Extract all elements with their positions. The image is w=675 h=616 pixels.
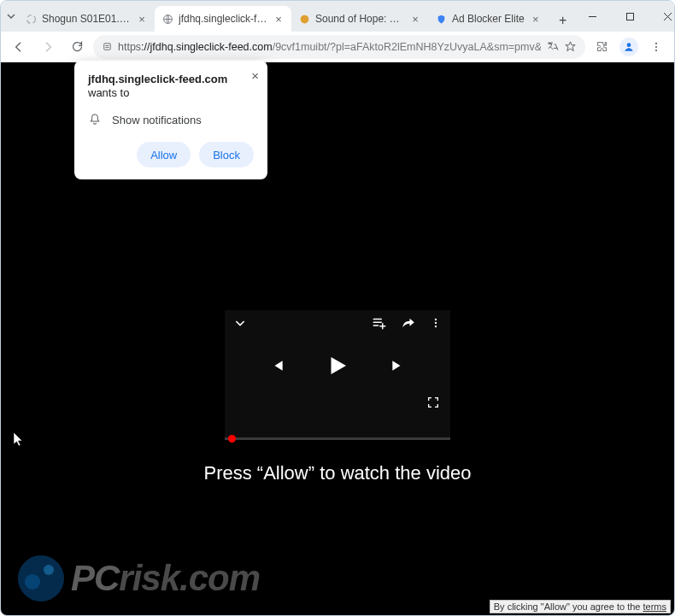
tab-ad-blocker[interactable]: Ad Blocker Elite ×: [428, 6, 549, 32]
tab-strip: Shogun S01E01.mp4 × jfdhq.singleclick-fe…: [16, 1, 574, 32]
progress-bar[interactable]: [225, 437, 450, 440]
browser-window: Shogun S01E01.mp4 × jfdhq.singleclick-fe…: [0, 0, 675, 616]
svg-point-5: [627, 43, 631, 47]
tab-title: Shogun S01E01.mp4: [42, 13, 131, 25]
reload-icon: [71, 40, 84, 53]
watermark-rest: risk.com: [119, 558, 260, 598]
player-top-bar: [225, 310, 450, 336]
svg-point-2: [300, 15, 308, 23]
minimize-button[interactable]: [574, 1, 612, 32]
address-bar[interactable]: https://jfdhq.singleclick-feed.com/9cvf1…: [93, 35, 585, 59]
bell-icon: [88, 113, 102, 126]
chevron-down-icon: [6, 11, 16, 21]
share-icon[interactable]: [401, 315, 416, 331]
watermark: PCrisk.com: [18, 555, 260, 601]
close-window-button[interactable]: [649, 1, 675, 32]
svg-point-7: [655, 45, 657, 47]
tab-close-button[interactable]: ×: [136, 13, 148, 25]
window-controls: [574, 1, 675, 32]
block-button[interactable]: Block: [199, 142, 254, 167]
tab-close-button[interactable]: ×: [273, 13, 285, 25]
skip-previous-icon[interactable]: [268, 357, 285, 374]
maximize-button[interactable]: [612, 1, 649, 32]
watermark-pc: PC: [71, 558, 119, 598]
tab-title: Sound of Hope: The Story: [315, 13, 404, 25]
player-bottom-bar: [225, 396, 450, 413]
titlebar: Shogun S01E01.mp4 × jfdhq.singleclick-fe…: [1, 1, 674, 32]
popup-permission-row: Show notifications: [88, 113, 254, 126]
tab-search-dropdown[interactable]: [6, 5, 16, 27]
close-icon: [663, 12, 672, 21]
loading-spinner-icon: [25, 13, 37, 25]
dots-vertical-icon: [650, 41, 662, 53]
popup-domain: jfdhq.singleclick-feed.com: [88, 73, 254, 85]
shield-icon: [435, 13, 447, 25]
tab-close-button[interactable]: ×: [409, 13, 421, 25]
tab-current[interactable]: jfdhq.singleclick-feed.com/ ×: [155, 6, 291, 32]
arrow-right-icon: [41, 40, 55, 54]
svg-point-9: [435, 319, 437, 320]
site-icon: [298, 13, 310, 25]
allow-button[interactable]: Allow: [137, 142, 191, 167]
footer-text: By clicking "Allow" you agree to the: [494, 601, 643, 612]
popup-close-button[interactable]: ×: [251, 68, 259, 83]
watermark-logo-icon: [18, 555, 64, 601]
toolbar-right: [589, 34, 669, 60]
svg-rect-4: [104, 44, 111, 50]
tab-shogun[interactable]: Shogun S01E01.mp4 ×: [18, 6, 155, 32]
tab-title: jfdhq.singleclick-feed.com/: [179, 13, 267, 25]
playlist-add-icon[interactable]: [372, 315, 387, 331]
arrow-left-icon: [12, 40, 26, 54]
player-controls: [225, 336, 450, 396]
menu-button[interactable]: [643, 34, 669, 60]
tab-sound-of-hope[interactable]: Sound of Hope: The Story ×: [291, 6, 428, 32]
footer-terms-note[interactable]: By clicking "Allow" you agree to the ter…: [490, 600, 671, 613]
url-path: /9cvf1muibt/?pl=aFAktoR2lEmNH8YzUvyaLA&s…: [273, 41, 541, 53]
cursor-icon: [13, 431, 25, 447]
instruction-text: Press “Allow” to watch the video: [1, 462, 674, 484]
popup-permission-label: Show notifications: [112, 114, 202, 126]
footer-terms-link[interactable]: terms: [643, 601, 667, 612]
url-scheme: https: [118, 41, 141, 53]
popup-buttons: Allow Block: [88, 142, 254, 167]
chevron-down-icon[interactable]: [233, 316, 247, 330]
svg-point-0: [26, 15, 35, 23]
back-button[interactable]: [6, 34, 32, 60]
svg-point-11: [435, 326, 437, 327]
progress-thumb[interactable]: [228, 435, 236, 443]
watermark-text: PCrisk.com: [71, 558, 260, 599]
globe-icon: [161, 13, 173, 25]
fullscreen-icon[interactable]: [426, 396, 440, 409]
svg-point-6: [655, 42, 657, 44]
person-icon: [623, 41, 635, 53]
minimize-icon: [588, 12, 597, 21]
tab-close-button[interactable]: ×: [530, 13, 542, 25]
notification-permission-popup: × jfdhq.singleclick-feed.com wants to Sh…: [74, 61, 267, 179]
tab-title: Ad Blocker Elite: [452, 13, 525, 25]
svg-rect-3: [627, 13, 634, 20]
extensions-button[interactable]: [589, 34, 614, 60]
puzzle-icon: [596, 40, 608, 53]
maximize-icon: [625, 12, 635, 21]
svg-point-8: [655, 50, 657, 51]
url-text: https://jfdhq.singleclick-feed.com/9cvf1…: [118, 41, 541, 53]
toolbar: https://jfdhq.singleclick-feed.com/9cvf1…: [1, 32, 674, 62]
url-host: ://jfdhq.singleclick-feed.com: [141, 41, 273, 53]
svg-point-10: [435, 322, 437, 324]
translate-icon[interactable]: [546, 40, 559, 53]
play-icon[interactable]: [325, 353, 350, 378]
new-tab-button[interactable]: +: [552, 9, 574, 32]
reload-button[interactable]: [64, 34, 90, 60]
popup-wants: wants to: [88, 86, 254, 99]
forward-button[interactable]: [35, 34, 61, 60]
dots-vertical-icon[interactable]: [430, 317, 442, 329]
profile-button[interactable]: [616, 34, 642, 60]
video-player[interactable]: [225, 310, 450, 440]
site-settings-icon[interactable]: [102, 41, 113, 52]
skip-next-icon[interactable]: [390, 357, 407, 374]
bookmark-star-icon[interactable]: [564, 40, 577, 53]
